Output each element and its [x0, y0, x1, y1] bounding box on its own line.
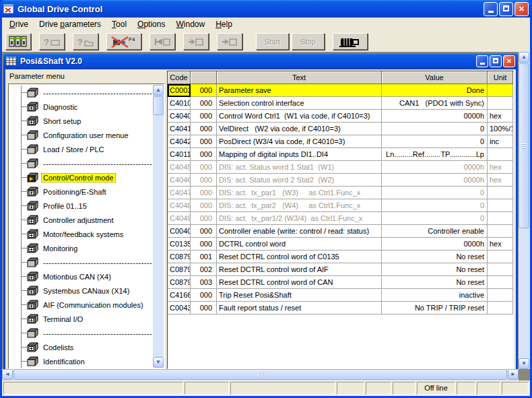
table-row[interactable]: C0003 000 Parameter save Done — [168, 84, 513, 97]
cell-subcode[interactable]: 000 — [191, 199, 217, 212]
cell-value[interactable]: 0 — [382, 123, 488, 135]
tree-item[interactable]: Control/Control mode — [10, 170, 152, 185]
scroll-down-icon[interactable]: ▼ — [153, 357, 164, 368]
cell-code[interactable]: C0135 — [168, 238, 191, 251]
cell-text[interactable]: PosDirect (W3/4 via code, if C4010=3) — [217, 135, 382, 148]
tree-item[interactable]: Positioning/E-Shaft — [10, 185, 152, 199]
table-row[interactable]: C4041 000 VelDirect (W2 via code, if C40… — [168, 123, 513, 135]
cell-code[interactable]: C4048 — [168, 199, 191, 212]
cell-code[interactable]: C4040 — [168, 110, 191, 123]
cell-subcode[interactable]: 000 — [191, 110, 217, 123]
cell-code[interactable]: C0040 — [168, 225, 191, 238]
column-value[interactable]: Value — [382, 71, 488, 84]
cell-unit[interactable]: hex — [488, 161, 513, 174]
cell-subcode[interactable]: 000 — [191, 238, 217, 251]
cell-subcode[interactable]: 000 — [191, 148, 217, 161]
table-row[interactable]: C4010 000 Selection control interface CA… — [168, 97, 513, 110]
mdi-hscroll-thumb[interactable] — [13, 369, 507, 380]
mdi-horizontal-scrollbar[interactable]: ◄ ► — [2, 369, 519, 380]
table-row[interactable]: C4049 000 DIS: act. tx_par1/2 (W3/4) as … — [168, 212, 513, 225]
cell-unit[interactable]: hex — [488, 174, 513, 187]
drive-overview-button[interactable] — [5, 33, 31, 50]
cell-code[interactable]: C4166 — [168, 289, 191, 302]
table-row[interactable]: C0043 000 Fault report status / reset No… — [168, 302, 513, 314]
cell-code[interactable]: C4041 — [168, 123, 191, 135]
tree-item[interactable]: Terminal I/O — [10, 312, 152, 326]
motor-button[interactable] — [333, 33, 368, 50]
cell-subcode[interactable]: 000 — [191, 84, 217, 97]
cell-value[interactable]: Controller enable — [382, 225, 488, 238]
tree-item[interactable]: AIF (Communication modules) — [10, 298, 152, 312]
mdi-vscroll-thumb[interactable] — [519, 63, 529, 228]
cell-code[interactable]: C0879 — [168, 251, 191, 263]
scroll-up-icon[interactable]: ▲ — [519, 52, 529, 63]
tree-item[interactable]: Motionbus CAN (X4) — [10, 269, 152, 284]
tree-item[interactable]: Profile 01..15 — [10, 199, 152, 213]
cell-subcode[interactable]: 000 — [191, 174, 217, 187]
cell-subcode[interactable]: 002 — [191, 263, 217, 276]
cell-text[interactable]: DIS: act. Status word 1 Stat1 (W1) — [217, 161, 382, 174]
cell-subcode[interactable]: 003 — [191, 276, 217, 289]
table-row[interactable]: C4048 000 DIS: act. tx_par2 (W4) as Ctrl… — [168, 199, 513, 212]
cell-value[interactable]: 0 — [382, 135, 488, 148]
cell-subcode[interactable]: 000 — [191, 289, 217, 302]
table-row[interactable]: C4011 000 Mapping of digital inputs DI1.… — [168, 148, 513, 161]
cell-unit[interactable] — [488, 187, 513, 199]
table-row[interactable]: C4045 000 DIS: act. Status word 1 Stat1 … — [168, 161, 513, 174]
cell-unit[interactable] — [488, 302, 513, 314]
cell-code[interactable]: C4046 — [168, 174, 191, 187]
table-row[interactable]: C4042 000 PosDirect (W3/4 via code, if C… — [168, 135, 513, 148]
cell-text[interactable]: Reset DCTRL control word of C0135 — [217, 251, 382, 263]
menu-help[interactable]: Help — [210, 18, 238, 30]
child-maximize-button[interactable] — [490, 55, 502, 67]
table-row[interactable]: C0040 000 Controller enable (write: cont… — [168, 225, 513, 238]
cell-unit[interactable] — [488, 97, 513, 110]
cell-subcode[interactable]: 000 — [191, 187, 217, 199]
cell-value[interactable]: 0000h — [382, 161, 488, 174]
cell-value[interactable]: Ln.........Ref........TP.............Lp — [382, 148, 488, 161]
table-row[interactable]: C0879 002 Reset DCTRL control word of AI… — [168, 263, 513, 276]
menu-window[interactable]: Window — [170, 18, 210, 30]
cell-subcode[interactable]: 001 — [191, 251, 217, 263]
cell-code[interactable]: C0879 — [168, 263, 191, 276]
table-row[interactable]: C4047 000 DIS: act. tx_par1 (W3) as Ctrl… — [168, 187, 513, 199]
tree-item[interactable]: Monitoring — [10, 241, 152, 255]
cell-code[interactable]: C4042 — [168, 135, 191, 148]
menu-options[interactable]: Options — [132, 18, 170, 30]
cell-text[interactable]: Fault report status / reset — [217, 302, 382, 314]
table-row[interactable]: C0879 001 Reset DCTRL control word of C0… — [168, 251, 513, 263]
cell-unit[interactable] — [488, 251, 513, 263]
tree-item[interactable]: ---------------------------------------- — [10, 156, 152, 170]
tree-item[interactable]: Configuration user menue — [10, 128, 152, 142]
cell-unit[interactable]: 100%/1 — [488, 123, 513, 135]
cell-subcode[interactable]: 000 — [191, 212, 217, 225]
cell-unit[interactable] — [488, 212, 513, 225]
cell-subcode[interactable]: 000 — [191, 123, 217, 135]
cell-code[interactable]: C0003 — [168, 84, 191, 97]
cell-value[interactable]: 0000h — [382, 238, 488, 251]
cell-subcode[interactable]: 000 — [191, 161, 217, 174]
maximize-button[interactable] — [499, 2, 513, 16]
close-button[interactable]: ✕ — [514, 2, 529, 16]
disconnect-f4-button[interactable]: F4 — [106, 33, 141, 50]
cell-value[interactable]: No TRIP / TRIP reset — [382, 302, 488, 314]
cell-text[interactable]: DIS: act. tx_par1 (W3) as Ctrl1.Func_x — [217, 187, 382, 199]
cell-text[interactable]: Reset DCTRL control word of AIF — [217, 263, 382, 276]
tree-item[interactable]: ---------------------------------------- — [10, 326, 152, 340]
tree-item[interactable]: ---------------------------------------- — [10, 86, 152, 100]
cell-code[interactable]: C4045 — [168, 161, 191, 174]
cell-text[interactable]: VelDirect (W2 via code, if C4010=3) — [217, 123, 382, 135]
child-minimize-button[interactable] — [476, 55, 488, 67]
menu-tool[interactable]: Tool — [106, 18, 132, 30]
cell-text[interactable]: DIS: act. tx_par2 (W4) as Ctrl1.Func_x — [217, 199, 382, 212]
cell-unit[interactable] — [488, 199, 513, 212]
tree-item[interactable]: ---------------------------------------- — [10, 255, 152, 269]
scroll-down-icon[interactable]: ▼ — [519, 358, 529, 369]
cell-value[interactable]: 0 — [382, 199, 488, 212]
cell-text[interactable]: DCTRL control word — [217, 238, 382, 251]
cell-unit[interactable] — [488, 225, 513, 238]
cell-value[interactable]: 0 — [382, 187, 488, 199]
scroll-up-icon[interactable]: ▲ — [153, 85, 164, 96]
cell-value[interactable]: 0000h — [382, 174, 488, 187]
tree-scrollbar[interactable]: ▲ ▼ — [153, 85, 164, 368]
